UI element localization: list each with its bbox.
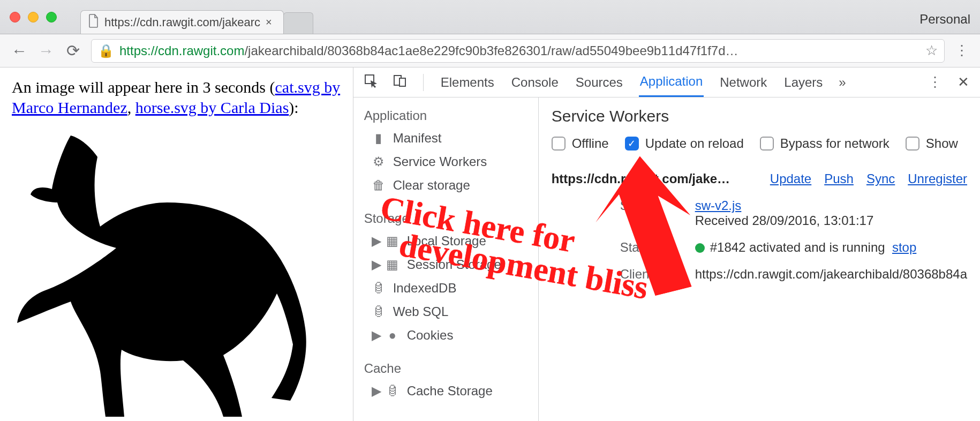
db-icon: 🛢 xyxy=(372,281,386,296)
text-received: Received 28/09/2016, 13:01:17 xyxy=(695,213,874,228)
checkbox-icon xyxy=(906,137,919,151)
intro-sep: , xyxy=(127,99,135,116)
tab-elements[interactable]: Elements xyxy=(440,69,495,96)
text-status: #1842 activated and is running xyxy=(710,240,885,254)
sidebar-item-label: Cache Storage xyxy=(407,384,493,399)
db-icon: 🛢 xyxy=(386,384,399,399)
checkbox-update-on-reload[interactable]: Update on reload xyxy=(625,136,744,151)
value-status: #1842 activated and is running stop xyxy=(695,240,967,255)
checkbox-icon xyxy=(760,137,774,151)
checkbox-offline[interactable]: Offline xyxy=(552,136,609,151)
link-update[interactable]: Update xyxy=(770,171,811,186)
page-content: An image will appear here in 3 seconds (… xyxy=(0,67,353,421)
lock-icon: 🔒 xyxy=(98,43,114,58)
url-scheme: https xyxy=(119,43,147,58)
window-zoom-button[interactable] xyxy=(46,12,57,22)
window-minimize-button[interactable] xyxy=(28,12,39,22)
tab-layers[interactable]: Layers xyxy=(783,69,824,96)
caret-icon: ▶ xyxy=(372,384,381,399)
tab-close-icon[interactable]: × xyxy=(266,16,272,28)
tab-console[interactable]: Console xyxy=(510,69,560,96)
page-intro: An image will appear here in 3 seconds (… xyxy=(12,77,341,117)
window-titlebar: https://cdn.rawgit.com/jakearc × Persona… xyxy=(0,0,980,34)
reload-button[interactable]: ⟳ xyxy=(64,41,81,60)
devtools-close-icon[interactable]: ✕ xyxy=(958,74,969,91)
devtools-menu-icon[interactable]: ⋮ xyxy=(928,74,943,91)
link-stop[interactable]: stop xyxy=(892,240,916,254)
sidebar-item-label: Cookies xyxy=(407,328,454,343)
sidebar-item-clearstorage[interactable]: 🗑Clear storage xyxy=(353,174,538,197)
sidebar-item-websql[interactable]: 🛢Web SQL xyxy=(353,300,538,324)
group-storage: Storage xyxy=(353,206,538,229)
sidebar-item-cookies[interactable]: ▶●Cookies xyxy=(353,324,538,347)
sidebar-item-label: Session Storage xyxy=(407,257,501,272)
viewport: An image will appear here in 3 seconds (… xyxy=(0,67,980,421)
gear-icon: ⚙ xyxy=(372,154,386,169)
link-sync[interactable]: Sync xyxy=(866,171,895,186)
sidebar-item-label: IndexedDB xyxy=(393,281,457,296)
link-horse-svg[interactable]: horse.svg by Carla Dias xyxy=(135,99,289,116)
browser-tab-active[interactable]: https://cdn.rawgit.com/jakearc × xyxy=(80,10,284,34)
status-dot-icon xyxy=(695,243,705,253)
separator xyxy=(423,74,424,91)
tab-application[interactable]: Application xyxy=(639,67,704,97)
checkbox-label: Update on reload xyxy=(645,136,744,151)
db-icon: 🛢 xyxy=(372,304,386,319)
profile-label[interactable]: Personal xyxy=(919,12,970,27)
caret-icon: ▶ xyxy=(372,257,381,272)
url-path: /jakearchibald/80368b84ac1ae8e229fc90b3f… xyxy=(244,43,738,58)
window-close-button[interactable] xyxy=(10,12,20,22)
checkbox-show[interactable]: Show xyxy=(906,136,958,151)
sidebar-item-indexeddb[interactable]: 🛢IndexedDB xyxy=(353,276,538,300)
sidebar-item-label: Web SQL xyxy=(393,304,449,319)
checkbox-icon xyxy=(552,137,566,151)
link-push[interactable]: Push xyxy=(824,171,854,186)
back-button[interactable]: ← xyxy=(11,42,28,60)
browser-toolbar: ← → ⟳ 🔒 https://cdn.rawgit.com/jakearchi… xyxy=(0,34,980,67)
sidebar-item-manifest[interactable]: ▮Manifest xyxy=(353,126,538,150)
devtools: Elements Console Sources Application Net… xyxy=(353,67,980,421)
sidebar-item-label: Local Storage xyxy=(407,234,486,249)
new-tab-button[interactable] xyxy=(283,12,313,34)
sidebar-item-sessionstorage[interactable]: ▶▦Session Storage xyxy=(353,253,538,276)
cookie-icon: ● xyxy=(386,328,399,343)
devtools-body: Application ▮Manifest ⚙Service Workers 🗑… xyxy=(353,97,980,421)
intro-text-b: ): xyxy=(289,99,298,116)
checkbox-bypass[interactable]: Bypass for network xyxy=(760,136,889,151)
tab-network[interactable]: Network xyxy=(719,69,768,96)
link-unregister[interactable]: Unregister xyxy=(908,171,967,186)
url-host: ://cdn.rawgit.com xyxy=(147,43,244,58)
address-bar[interactable]: 🔒 https://cdn.rawgit.com/jakearchibald/8… xyxy=(91,39,945,63)
grid-icon: ▦ xyxy=(386,234,399,249)
panel-title: Service Workers xyxy=(552,107,967,125)
sidebar-item-cachestorage[interactable]: ▶🛢Cache Storage xyxy=(353,379,538,403)
caret-icon: ▶ xyxy=(372,328,381,343)
horse-image xyxy=(12,119,341,421)
sidebar-item-label: Clear storage xyxy=(393,178,470,193)
trash-icon: 🗑 xyxy=(372,178,386,193)
group-cache: Cache xyxy=(353,356,538,379)
sidebar-item-localstorage[interactable]: ▶▦Local Storage xyxy=(353,229,538,253)
file-icon: ▮ xyxy=(372,131,386,146)
device-icon[interactable] xyxy=(393,74,407,91)
caret-icon: ▶ xyxy=(372,234,381,249)
checkbox-label: Offline xyxy=(572,136,609,151)
devtools-main: Service Workers Offline Update on reload… xyxy=(539,97,980,421)
label-status: Status xyxy=(620,240,684,255)
sidebar-item-serviceworkers[interactable]: ⚙Service Workers xyxy=(353,150,538,174)
grid-icon: ▦ xyxy=(386,257,399,272)
tab-overflow[interactable]: » xyxy=(839,75,846,90)
checkbox-icon xyxy=(625,137,639,151)
link-source-file[interactable]: sw-v2.js xyxy=(695,198,742,213)
value-source: sw-v2.js Received 28/09/2016, 13:01:17 xyxy=(695,198,967,228)
label-source: Source xyxy=(620,198,684,228)
browser-menu-icon[interactable]: ⋮ xyxy=(954,42,969,59)
tab-sources[interactable]: Sources xyxy=(575,69,624,96)
traffic-lights xyxy=(10,12,57,22)
inspect-icon[interactable] xyxy=(364,74,378,91)
bookmark-star-icon[interactable]: ☆ xyxy=(925,42,938,59)
browser-tabstrip: https://cdn.rawgit.com/jakearc × xyxy=(80,0,313,34)
devtools-tabbar: Elements Console Sources Application Net… xyxy=(353,67,980,97)
tab-title: https://cdn.rawgit.com/jakearc xyxy=(104,16,260,29)
svg-rect-2 xyxy=(399,78,405,86)
